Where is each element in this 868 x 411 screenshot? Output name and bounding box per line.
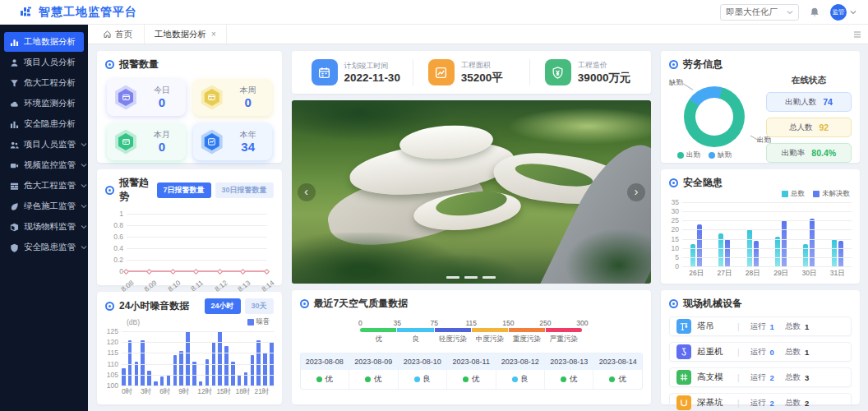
air-level-label: 严重污染 (545, 335, 582, 344)
equipment-row-高支模: 高支模 | 运行2 总数3 (669, 367, 852, 387)
bell-icon[interactable] (809, 7, 820, 18)
sidebar-item-安全隐患监管[interactable]: 安全隐患监管 (4, 238, 84, 257)
alarm-tile-label: 本周 (240, 85, 256, 96)
app-logo: 智慧工地监管平台 (20, 5, 137, 20)
air-table-value: 良 (496, 370, 545, 389)
sidebar-item-危大工程监管[interactable]: 危大工程监管 (4, 176, 84, 196)
chevron-down-icon (81, 224, 87, 230)
alarm-trend-chart: 10.80.60.40.208.088.098.108.118.128.138.… (105, 210, 274, 293)
noise-title: 24小时噪音数据 (119, 299, 189, 313)
alarm-card-icon (118, 133, 135, 150)
noise-bar (263, 353, 267, 386)
sidebar-item-安全隐患分析[interactable]: 安全隐患分析 (4, 114, 84, 134)
sidebar-item-项目人员监管[interactable]: 项目人员监管 (4, 135, 84, 155)
project-stat-工程面积: 工程面积 35200平 (413, 59, 529, 85)
noise-bar (147, 371, 151, 386)
online-status-title: 在线状态 (792, 75, 826, 86)
air-level-label: 良 (397, 335, 434, 344)
y-axis-tick: 5 (675, 253, 682, 261)
sidebar-item-危大工程分析[interactable]: 危大工程分析 (4, 73, 84, 93)
alarm-trend-title: 报警趋势 (119, 176, 152, 204)
y-axis-tick: 0 (675, 262, 682, 270)
y-axis-tick: 115 (107, 349, 122, 357)
noise-range-button-0[interactable]: 24小时 (205, 298, 241, 314)
bar-unresolved (725, 239, 730, 266)
close-icon[interactable]: × (211, 30, 216, 39)
noise-range-button-1[interactable]: 30天 (245, 298, 274, 314)
air-scale-ticks: 03575115150250300 (360, 319, 582, 328)
noise-bar (238, 375, 242, 386)
column-chart-icon (10, 120, 19, 129)
bar-unresolved (838, 241, 843, 266)
site-photo-carousel: ‹ › (292, 100, 651, 284)
air-quality-card: 最近7天空气质量数据 03575115150250300 优良轻度污染中度污染重… (292, 290, 651, 404)
labor-stat-出勤率: 出勤率80.4% (766, 143, 852, 163)
air-table-value: 优 (301, 370, 349, 389)
sidebar-item-label: 绿色施工监管 (24, 201, 76, 212)
air-table-value: 优 (593, 370, 641, 389)
air-scale-segment (397, 328, 433, 332)
avatar: 监管 (830, 4, 847, 21)
alarm-tile-本周: 本周 0 (193, 79, 272, 116)
donut-legend: 出勤缺勤 (677, 150, 732, 160)
noise-bar (167, 375, 171, 386)
site-selector-dropdown[interactable]: 即墨大任化厂 (720, 4, 799, 21)
bricks-icon (10, 182, 19, 191)
legend-item-出勤[interactable]: 出勤 (677, 150, 700, 160)
x-axis-tick: 31日 (830, 266, 845, 279)
sidebar-item-视频监控监管[interactable]: 视频监控监管 (4, 155, 84, 175)
air-quality-table: 2023-08-082023-08-092023-08-102023-08-11… (300, 353, 643, 390)
sidebar-item-环境监测分析[interactable]: 环境监测分析 (4, 94, 84, 113)
air-quality-scale: 03575115150250300 优良轻度污染中度污染重度污染严重污染 (360, 319, 582, 344)
sidebar: 工地数据分析项目人员分析危大工程分析环境监测分析安全隐患分析项目人员监管视频监控… (0, 25, 88, 411)
air-scale-segment (472, 328, 508, 332)
legend-item-总数[interactable]: 总数 (782, 189, 805, 199)
carousel-indicators[interactable] (446, 276, 496, 279)
chevron-down-icon (81, 182, 87, 189)
chevron-right-icon[interactable]: › (627, 183, 645, 201)
noise-card: 24小时噪音数据 24小时30天 (dB) 噪音 0时3时6时9时12时15时1… (97, 292, 282, 404)
equipment-total-label: 总数 (785, 398, 801, 409)
noise-bar (122, 368, 126, 386)
list-menu-icon[interactable] (853, 30, 861, 39)
person-icon (10, 58, 19, 67)
bar-unresolved (782, 220, 787, 266)
air-table-value: 优 (545, 370, 593, 389)
camera-icon (10, 161, 19, 170)
bar-unresolved (810, 219, 815, 266)
chevron-down-icon (787, 9, 793, 16)
tab-home[interactable]: 首页 (88, 25, 144, 44)
legend-item-未解决数[interactable]: 未解决数 (813, 189, 850, 199)
chevron-left-icon[interactable]: ‹ (298, 183, 316, 201)
sidebar-item-label: 项目人员分析 (24, 57, 76, 68)
air-table-date: 2023-08-11 (447, 353, 496, 370)
alarm-trend-range-button-1[interactable]: 30日报警数量 (215, 182, 274, 198)
x-axis-tick: 30日 (801, 266, 816, 279)
alarm-tile-grid: 今日 0 本周 0 本月 0 本年 34 (105, 79, 274, 160)
project-stats-card: 计划竣工时间 2022-11-30 工程面积 35200平 工程造价 39000… (292, 51, 651, 94)
sidebar-item-工地数据分析[interactable]: 工地数据分析 (4, 32, 84, 52)
y-axis-tick: 110 (107, 360, 122, 368)
funnel-icon (10, 79, 19, 88)
y-axis-tick: 0.4 (113, 244, 127, 252)
sidebar-item-label: 危大工程分析 (24, 77, 76, 89)
user-menu[interactable]: 监管 (830, 4, 856, 21)
x-axis-tick: 0时 (122, 386, 141, 397)
tab-active[interactable]: 工地数据分析 × (144, 25, 227, 44)
x-axis-tick: 6时 (159, 386, 178, 397)
shield-icon (10, 243, 19, 252)
tab-bar: 首页 工地数据分析 × (88, 25, 868, 44)
noise-toggle: 24小时30天 (205, 298, 274, 314)
sidebar-item-现场物料监管[interactable]: 现场物料监管 (4, 217, 84, 237)
tower-crane-icon (676, 319, 691, 334)
alarm-trend-plot: 10.80.60.40.208.088.098.108.118.128.138.… (127, 214, 267, 271)
card-title-icon (669, 178, 678, 187)
sidebar-item-绿色施工监管[interactable]: 绿色施工监管 (4, 196, 84, 216)
x-axis-tick: 3时 (141, 386, 159, 397)
project-stat-工程造价: 工程造价 39000万元 (529, 59, 646, 85)
alarm-trend-range-button-0[interactable]: 7日报警数量 (157, 182, 211, 198)
sidebar-item-项目人员分析[interactable]: 项目人员分析 (4, 53, 84, 72)
x-axis-tick: 29日 (773, 266, 788, 279)
bar-total (775, 237, 780, 266)
legend-item-缺勤[interactable]: 缺勤 (709, 150, 732, 160)
